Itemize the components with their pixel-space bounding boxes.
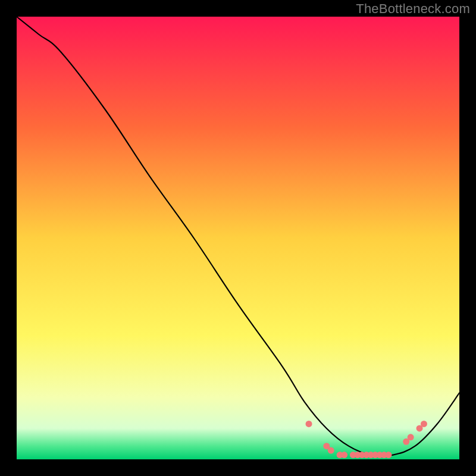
marker-dot	[306, 421, 312, 427]
chart-frame: TheBottleneck.com	[0, 0, 476, 476]
bottleneck-chart	[0, 0, 476, 476]
marker-dot	[328, 447, 334, 454]
watermark-text: TheBottleneck.com	[356, 1, 470, 17]
plot-background	[17, 17, 459, 459]
marker-dot	[421, 421, 427, 427]
marker-dot	[341, 452, 347, 458]
marker-dot	[408, 434, 414, 440]
marker-dot	[385, 452, 392, 458]
